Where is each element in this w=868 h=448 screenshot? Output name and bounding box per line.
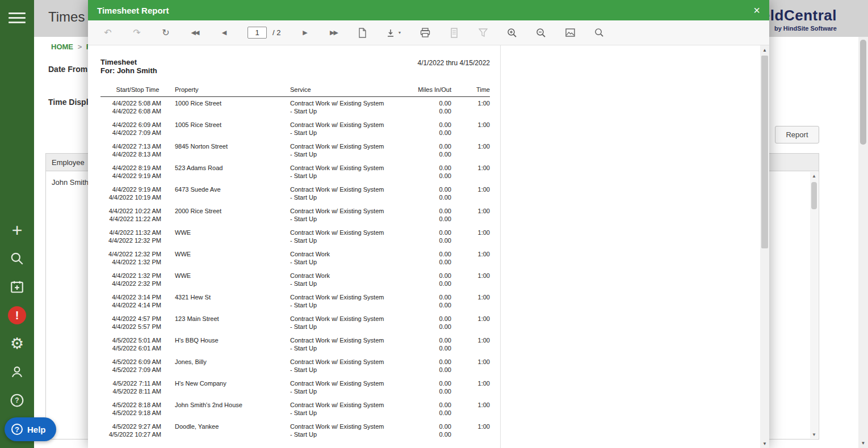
download-button[interactable]: ▼ <box>386 27 401 39</box>
cell-miles: 0.000.00 <box>404 377 451 399</box>
settings-button[interactable]: ⚙ <box>0 332 34 355</box>
scrollbar-thumb[interactable] <box>761 56 768 248</box>
close-icon[interactable]: × <box>753 5 760 16</box>
cell-start-stop: 4/5/2022 9:27 AM4/5/2022 10:27 AM <box>100 420 175 442</box>
cell-start-stop: 4/5/2022 5:01 AM4/5/2022 6:01 AM <box>100 334 175 356</box>
scrollbar-thumb[interactable] <box>811 182 817 209</box>
support-button[interactable]: ? <box>0 389 34 412</box>
column-header-property: Property <box>175 84 290 97</box>
cell-miles: 0.000.00 <box>404 226 451 248</box>
cell-service: Contract Work w/ Existing System- Start … <box>290 140 404 162</box>
add-button[interactable]: + <box>0 219 34 242</box>
cell-property: 523 Adams Road <box>175 162 290 183</box>
cell-time: 1:00 <box>451 399 490 420</box>
cell-miles: 0.000.00 <box>404 334 451 356</box>
undo-button[interactable]: ↶ <box>103 27 113 39</box>
last-page-button[interactable]: ▶▶ <box>328 27 338 39</box>
cell-miles: 0.000.00 <box>404 312 451 334</box>
page-number-group: / 2 <box>248 27 280 39</box>
first-page-icon: ◀◀ <box>191 29 199 36</box>
zoom-in-button[interactable] <box>507 27 517 39</box>
scroll-down-icon[interactable]: ▼ <box>810 430 818 438</box>
breadcrumb-home-link[interactable]: HOME <box>51 43 73 51</box>
cell-start-stop: 4/4/2022 8:19 AM4/4/2022 9:19 AM <box>100 162 175 183</box>
help-label: Help <box>27 425 46 434</box>
cell-property: WWE <box>175 269 290 291</box>
funnel-icon <box>479 28 488 37</box>
cell-start-stop: 4/4/2022 6:09 AM4/4/2022 7:09 AM <box>100 119 175 140</box>
fit-view-button[interactable] <box>565 27 575 39</box>
calendar-plus-icon <box>10 280 24 294</box>
question-icon: ? <box>11 424 23 435</box>
print-icon <box>420 28 430 37</box>
document-icon <box>358 28 367 38</box>
scroll-down-icon[interactable]: ▼ <box>858 438 868 448</box>
cell-time: 1:00 <box>451 119 490 140</box>
scrollbar-thumb[interactable] <box>860 40 866 145</box>
text-view-button[interactable] <box>449 27 459 39</box>
cell-start-stop: 4/5/2022 7:11 AM4/5/2022 8:11 AM <box>100 377 175 399</box>
previous-page-button[interactable]: ◀ <box>219 27 229 39</box>
table-row: 4/4/2022 3:14 PM4/4/2022 4:14 PM4321 Hew… <box>100 291 490 312</box>
cell-service: Contract Work w/ Existing System- Start … <box>290 377 404 399</box>
report-toolbar: ↶ ↷ ↻ ◀◀ ◀ / 2 ▶ ▶▶ ▼ <box>88 20 769 45</box>
redo-button[interactable]: ↷ <box>132 27 142 39</box>
search-icon <box>594 28 604 37</box>
help-button[interactable]: ? Help <box>5 417 56 441</box>
document-button[interactable] <box>357 27 367 39</box>
timesheet-table: Start/Stop Time Property Service Miles I… <box>100 84 490 442</box>
report-date-range: 4/1/2022 thru 4/15/2022 <box>418 59 490 67</box>
schedule-add-button[interactable] <box>0 276 34 298</box>
cell-service: Contract Work w/ Existing System- Start … <box>290 183 404 205</box>
cell-time: 1:00 <box>451 312 490 334</box>
cell-property: H's New Company <box>175 377 290 399</box>
page-number-input[interactable] <box>248 27 267 39</box>
text-document-icon <box>450 28 459 38</box>
cell-property: H's BBQ House <box>175 334 290 356</box>
report-page: Timesheet For: John Smith 4/1/2022 thru … <box>100 58 490 442</box>
cell-miles: 0.000.00 <box>404 140 451 162</box>
cell-service: Contract Work w/ Existing System- Start … <box>290 291 404 312</box>
search-button[interactable] <box>0 247 34 270</box>
table-row: 4/4/2022 6:09 AM4/4/2022 7:09 AM1005 Ric… <box>100 119 490 140</box>
cell-property: John Smith's 2nd House <box>175 399 290 420</box>
employee-panel-scrollbar[interactable]: ▲ ▼ <box>810 172 818 438</box>
account-button[interactable] <box>0 361 34 383</box>
cell-time: 1:00 <box>451 226 490 248</box>
table-row: 4/4/2022 11:32 AM4/4/2022 12:32 PMWWECon… <box>100 226 490 248</box>
last-page-icon: ▶▶ <box>330 29 337 36</box>
search-in-report-button[interactable] <box>594 27 604 39</box>
cell-start-stop: 4/4/2022 3:14 PM4/4/2022 4:14 PM <box>100 291 175 312</box>
report-table-body: 4/4/2022 5:08 AM4/4/2022 6:08 AM1000 Ric… <box>100 97 490 442</box>
zoom-out-button[interactable] <box>536 27 546 39</box>
table-row: 4/4/2022 4:57 PM4/4/2022 5:57 PM123 Main… <box>100 312 490 334</box>
cell-property: WWE <box>175 226 290 248</box>
cell-property: 1005 Rice Street <box>175 119 290 140</box>
menu-hamburger-icon[interactable] <box>9 12 26 25</box>
table-row: 4/4/2022 10:22 AM4/4/2022 11:22 AM2000 R… <box>100 205 490 226</box>
download-icon <box>386 28 395 37</box>
cell-miles: 0.000.00 <box>404 119 451 140</box>
svg-text:?: ? <box>15 396 19 404</box>
brand-logo: eldCentral by HindSite Software <box>762 7 837 32</box>
scroll-down-icon[interactable]: ▼ <box>760 439 769 448</box>
table-row: 4/5/2022 9:27 AM4/5/2022 10:27 AMDoodle,… <box>100 420 490 442</box>
cell-property: 123 Main Street <box>175 312 290 334</box>
table-row: 4/4/2022 1:32 PM4/4/2022 2:32 PMWWEContr… <box>100 269 490 291</box>
print-button[interactable] <box>420 27 430 39</box>
cell-service: Contract Work w/ Existing System- Start … <box>290 420 404 442</box>
page-edge-divider <box>500 45 501 448</box>
first-page-button[interactable]: ◀◀ <box>190 27 200 39</box>
report-scrollbar[interactable]: ▲ ▼ <box>760 45 769 448</box>
cell-miles: 0.000.00 <box>404 162 451 183</box>
scroll-up-icon[interactable]: ▲ <box>760 45 769 54</box>
alerts-button[interactable]: ! <box>0 304 34 327</box>
next-page-button[interactable]: ▶ <box>299 27 309 39</box>
cell-time: 1:00 <box>451 420 490 442</box>
page-scrollbar[interactable]: ▼ <box>858 37 868 448</box>
filter-button[interactable] <box>478 27 488 39</box>
refresh-button[interactable]: ↻ <box>161 27 171 39</box>
scroll-up-icon[interactable]: ▲ <box>810 172 818 180</box>
report-button[interactable]: Report <box>775 126 819 143</box>
cell-time: 1:00 <box>451 248 490 269</box>
